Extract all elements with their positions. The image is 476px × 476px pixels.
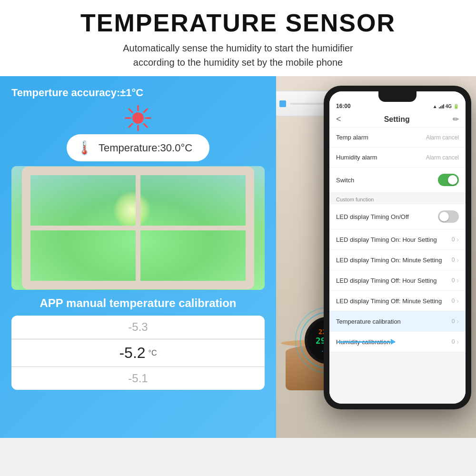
temp-calibration-value-group: 0 › [452,317,459,325]
svg-line-7 [144,109,147,112]
edit-button[interactable]: ✏ [453,115,459,124]
settings-list: Temp alarm Alarm cancel Humidity alarm A… [329,128,466,404]
chevron-icon: › [456,256,459,264]
switch-toggle[interactable] [438,174,459,186]
settings-item-switch[interactable]: Switch [329,168,466,193]
app-header: < Setting ✏ [329,111,466,128]
app-title: Setting [384,115,410,124]
svg-line-8 [129,124,132,127]
temp-calibration-label: Temperature calibration [336,318,401,325]
status-time: 16:00 [336,103,351,109]
chevron-icon: › [456,277,459,284]
status-icons: ▲ 4G 🔋 [433,104,459,109]
battery-icon: 🔋 [453,104,459,109]
settings-item-led-on-hour[interactable]: LED display Timing On: Hour Setting 0 › [329,229,466,250]
led-on-minute-value: 0 [452,257,455,263]
temp-calibration-value: 0 [452,318,455,325]
chevron-icon: › [456,297,459,305]
settings-item-led-off-hour[interactable]: LED display Timing Off: Hour Setting 0 › [329,270,466,291]
led-off-minute-value: 0 [452,298,455,304]
svg-line-5 [129,109,132,112]
calibration-arrow [338,341,395,343]
right-panel: 22:51 29.4° .48° 16:00 ▲ [276,76,476,438]
calibration-wrapper: -5.3 -5.2 °C -5.1 [11,316,265,390]
svg-line-6 [144,124,147,127]
calibration-title: APP manual temperature calibration [11,297,265,310]
content-area: Temperture accuracy:±1°C 🌡️ Temperature:… [0,76,476,438]
switch-label: Switch [336,177,354,184]
signal-bars [439,104,444,109]
svg-point-0 [132,112,144,124]
temp-display-box: 🌡️ Temperature:30.0°C [67,134,209,161]
calibration-wheel[interactable]: -5.3 -5.2 °C -5.1 [11,316,265,390]
phone-container: 16:00 ▲ 4G 🔋 [324,86,471,409]
led-off-hour-label: LED display Timing Off: Hour Setting [336,277,436,284]
humidity-calibration-value: 0 [452,338,455,345]
subtitle: Automatically sense the humidity to star… [19,41,457,69]
settings-item-led-off-minute[interactable]: LED display Timing Off: Minute Setting 0… [329,291,466,311]
cal-value-top: -5.3 [11,316,265,339]
led-off-hour-value: 0 [452,277,455,284]
led-timing-label: LED display Timing On/Off [336,213,409,220]
humidity-alarm-value: Alarm cancel [426,154,459,161]
left-panel: Temperture accuracy:±1°C 🌡️ Temperature:… [0,76,276,438]
settings-item-led-timing[interactable]: LED display Timing On/Off [329,204,466,229]
led-on-hour-value-group: 0 › [452,236,459,243]
temp-value: Temperature:30.0°C [99,142,192,154]
location-icon: ▲ [433,104,437,109]
chevron-icon: › [456,317,459,325]
thermometer-icon: 🌡️ [76,140,93,156]
led-off-minute-label: LED display Timing Off: Minute Setting [336,298,442,305]
temp-alarm-value: Alarm cancel [426,134,459,141]
network-label: 4G [446,104,452,109]
accuracy-label: Temperture accuracy:±1°C [11,87,265,99]
settings-item-temp-calibration[interactable]: Temperature calibration 0 › [329,311,466,332]
cal-unit: °C [149,349,157,357]
chevron-icon: › [456,338,459,346]
phone-body: 16:00 ▲ 4G 🔋 [324,86,471,409]
cal-value-bottom: -5.1 [11,367,265,390]
led-on-hour-label: LED display Timing On: Hour Setting [336,236,437,243]
back-button[interactable]: < [336,114,341,124]
humidity-alarm-label: Humidity alarm [336,154,377,161]
sun-icon-container [11,104,265,132]
led-on-hour-value: 0 [452,236,455,243]
header-section: TEMPERATURE SENSOR Automatically sense t… [0,0,476,76]
settings-item-humidity-alarm[interactable]: Humidity alarm Alarm cancel [329,148,466,168]
phone-notch [378,91,416,102]
led-on-minute-value-group: 0 › [452,256,459,264]
window-frame-svg [11,166,265,290]
custom-function-header: Custom function [329,193,466,204]
main-title: TEMPERATURE SENSOR [19,9,457,37]
phone-screen: 16:00 ▲ 4G 🔋 [329,91,466,404]
chevron-icon: › [456,236,459,243]
led-off-minute-value-group: 0 › [452,297,459,305]
settings-item-led-on-minute[interactable]: LED display Timing On: Minute Setting 0 … [329,250,466,270]
settings-item-temp-alarm[interactable]: Temp alarm Alarm cancel [329,128,466,148]
led-timing-toggle[interactable] [438,210,459,223]
led-on-minute-label: LED display Timing On: Minute Setting [336,257,442,264]
sun-icon [124,104,152,132]
temp-alarm-label: Temp alarm [336,134,368,141]
led-off-hour-value-group: 0 › [452,277,459,284]
cal-value-selected: -5.2 °C [11,339,265,367]
window-image [11,166,265,290]
humidity-calibration-value-group: 0 › [452,338,459,346]
